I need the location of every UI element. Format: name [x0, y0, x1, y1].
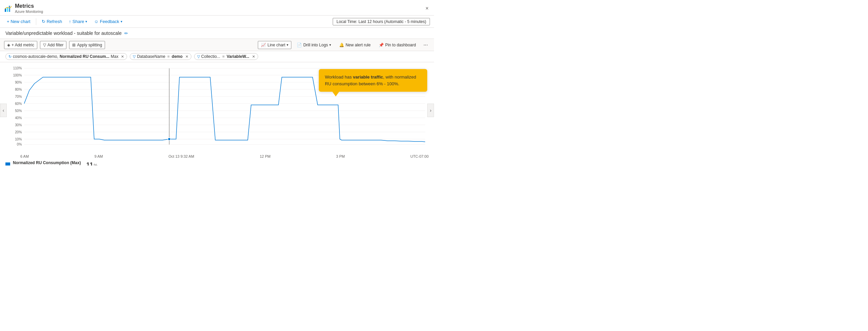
app-icon: [4, 4, 12, 13]
x-label-6am: 6 AM: [20, 154, 29, 158]
metric-pill-suffix: Max: [111, 54, 119, 59]
svg-text:110%: 110%: [13, 66, 22, 70]
add-metric-icon: ◈: [7, 43, 10, 47]
filter-icon: ▽: [43, 43, 46, 47]
collection-label: Collectio...: [201, 54, 220, 59]
metric-pill-prefix: cosmos-autoscale-demo,: [13, 54, 58, 59]
metric-pill[interactable]: ↻ cosmos-autoscale-demo, Normalized RU C…: [5, 53, 127, 60]
database-label: DatabaseName: [137, 54, 165, 59]
svg-text:10%: 10%: [15, 137, 22, 141]
database-equals: =: [167, 54, 170, 59]
svg-point-28: [168, 138, 170, 140]
close-button[interactable]: ×: [424, 4, 430, 13]
chart-nav-left[interactable]: ‹: [0, 104, 7, 117]
svg-text:90%: 90%: [15, 81, 22, 84]
svg-text:30%: 30%: [15, 123, 22, 127]
apply-splitting-button[interactable]: ⊞ Apply splitting: [69, 41, 105, 49]
x-label-12pm: 12 PM: [260, 154, 271, 158]
add-filter-button[interactable]: ▽ Add filter: [40, 41, 66, 49]
more-options-button[interactable]: ···: [421, 41, 430, 49]
svg-text:60%: 60%: [15, 102, 22, 106]
chart-type-button[interactable]: 📈 Line chart ▾: [258, 41, 291, 49]
chart-title-text: Variable/unpredictable workload - suitab…: [5, 30, 122, 36]
filter-area: ↻ cosmos-autoscale-demo, Normalized RU C…: [0, 51, 434, 62]
legend-value: 11: [86, 161, 93, 166]
svg-text:70%: 70%: [15, 95, 22, 98]
share-icon: ↑: [69, 19, 71, 24]
add-metric-button[interactable]: ◈ + Add metric: [4, 41, 37, 49]
split-icon: ⊞: [72, 43, 76, 47]
app-title: Metrics: [15, 3, 43, 9]
pin-dashboard-button[interactable]: 📌 Pin to dashboard: [376, 41, 419, 49]
line-chart-icon: 📈: [261, 43, 266, 47]
x-label-3pm: 3 PM: [336, 154, 345, 158]
edit-title-icon[interactable]: ✏: [124, 31, 128, 36]
svg-text:0%: 0%: [17, 142, 22, 146]
legend-sublabel: cosmos-autoscale-demo: [13, 165, 81, 166]
x-label-9am: 9 AM: [95, 154, 103, 158]
alert-icon: 🔔: [339, 43, 344, 47]
metric-pill-bold: Normalized RU Consum...: [60, 54, 109, 59]
drill-logs-button[interactable]: 📄 Drill into Logs ▾: [294, 41, 334, 49]
share-button[interactable]: ↑ Share ▾: [66, 18, 90, 25]
x-axis: 6 AM 9 AM Oct 13 9:32 AM 12 PM 3 PM UTC-…: [0, 154, 434, 158]
svg-text:100%: 100%: [13, 73, 22, 77]
svg-text:50%: 50%: [15, 109, 22, 113]
toolbar-separator-1: [36, 18, 36, 25]
time-range-button[interactable]: Local Time: Last 12 hours (Automatic - 5…: [333, 18, 430, 25]
collection-pill-close[interactable]: ✕: [252, 54, 255, 59]
refresh-button[interactable]: ↻ Refresh: [39, 18, 65, 25]
feedback-chevron-icon: ▾: [121, 20, 122, 23]
drill-logs-icon: 📄: [297, 43, 302, 47]
database-pill-close[interactable]: ✕: [185, 54, 188, 59]
svg-text:40%: 40%: [15, 116, 22, 120]
refresh-icon: ↻: [42, 19, 45, 24]
drill-logs-chevron-icon: ▾: [329, 43, 331, 47]
metric-pill-icon: ↻: [8, 54, 12, 59]
svg-rect-2: [9, 6, 10, 12]
new-chart-button[interactable]: + New chart: [4, 18, 33, 25]
app-subtitle: Azure Monitoring: [15, 9, 43, 14]
svg-text:80%: 80%: [15, 88, 22, 91]
collection-value: VariableW...: [227, 54, 249, 59]
database-filter-pill[interactable]: ▽ DatabaseName = demo ✕: [130, 53, 191, 60]
x-label-utc: UTC-07:00: [410, 154, 429, 158]
share-chevron-icon: ▾: [85, 20, 87, 23]
chart-type-chevron-icon: ▾: [287, 43, 288, 47]
legend-area: Normalized RU Consumption (Max) cosmos-a…: [0, 158, 434, 166]
feedback-icon: ☺: [94, 19, 98, 24]
collection-filter-pill[interactable]: ▽ Collectio... = VariableW... ✕: [194, 53, 258, 60]
svg-rect-1: [7, 7, 8, 12]
legend-unit: %: [94, 163, 98, 166]
database-filter-icon: ▽: [133, 54, 136, 59]
new-alert-button[interactable]: 🔔 New alert rule: [336, 41, 373, 49]
tooltip-bubble: Workload has variable traffic, with norm…: [319, 69, 427, 92]
feedback-button[interactable]: ☺ Feedback ▾: [91, 18, 125, 25]
database-value: demo: [172, 54, 183, 59]
pin-icon: 📌: [379, 43, 384, 47]
svg-text:20%: 20%: [15, 130, 22, 134]
legend-label: Normalized RU Consumption (Max): [13, 160, 81, 165]
tooltip-text-bold: variable traffic: [353, 74, 383, 80]
collection-filter-icon: ▽: [197, 54, 200, 59]
chart-container: 110% 100% 90% 80% 70% 60% 50% 40% 30% 20…: [0, 62, 434, 154]
collection-equals: =: [222, 54, 225, 59]
metric-pill-close[interactable]: ✕: [121, 54, 124, 59]
tooltip-text-normal: Workload has: [325, 74, 353, 80]
chart-nav-right[interactable]: ›: [427, 104, 434, 117]
legend-swatch: [5, 162, 10, 166]
x-label-timestamp: Oct 13 9:32 AM: [168, 154, 194, 158]
